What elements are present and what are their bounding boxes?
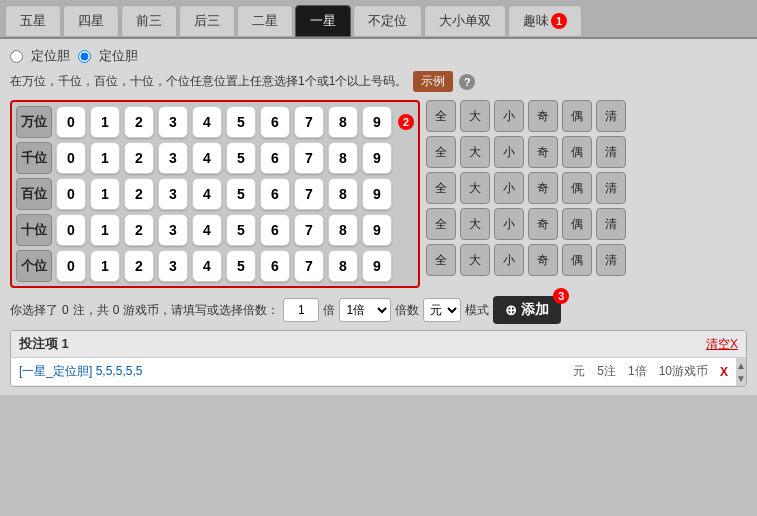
num-btn-q7[interactable]: 7 xyxy=(294,142,324,174)
quick-even-s[interactable]: 偶 xyxy=(562,208,592,240)
num-btn-w2[interactable]: 2 xyxy=(124,106,154,138)
quick-all-q[interactable]: 全 xyxy=(426,136,456,168)
num-btn-b0[interactable]: 0 xyxy=(56,178,86,210)
quick-small-q[interactable]: 小 xyxy=(494,136,524,168)
tab-yixing[interactable]: 一星 xyxy=(295,5,351,37)
num-btn-w5[interactable]: 5 xyxy=(226,106,256,138)
num-btn-b6[interactable]: 6 xyxy=(260,178,290,210)
tab-daxiodanshuang[interactable]: 大小单双 xyxy=(424,5,506,37)
quick-even-q[interactable]: 偶 xyxy=(562,136,592,168)
num-btn-g6[interactable]: 6 xyxy=(260,250,290,282)
quick-big-b[interactable]: 大 xyxy=(460,172,490,204)
num-btn-q2[interactable]: 2 xyxy=(124,142,154,174)
quick-clear-g[interactable]: 清 xyxy=(596,244,626,276)
num-btn-q5[interactable]: 5 xyxy=(226,142,256,174)
num-btn-s5[interactable]: 5 xyxy=(226,214,256,246)
num-btn-b9[interactable]: 9 xyxy=(362,178,392,210)
mode-label-1[interactable]: 定位胆 xyxy=(31,47,70,65)
example-button[interactable]: 示例 xyxy=(413,71,453,92)
num-btn-s3[interactable]: 3 xyxy=(158,214,188,246)
num-btn-q0[interactable]: 0 xyxy=(56,142,86,174)
num-btn-w7[interactable]: 7 xyxy=(294,106,324,138)
num-btn-b2[interactable]: 2 xyxy=(124,178,154,210)
num-btn-s6[interactable]: 6 xyxy=(260,214,290,246)
mode-label-2[interactable]: 定位胆 xyxy=(99,47,138,65)
num-btn-g1[interactable]: 1 xyxy=(90,250,120,282)
num-btn-g4[interactable]: 4 xyxy=(192,250,222,282)
multiplier-select[interactable]: 1倍 2倍 3倍 5倍 10倍 xyxy=(339,298,391,322)
num-btn-g5[interactable]: 5 xyxy=(226,250,256,282)
quick-even-b[interactable]: 偶 xyxy=(562,172,592,204)
bet-remove-button[interactable]: X xyxy=(720,365,728,379)
num-btn-s9[interactable]: 9 xyxy=(362,214,392,246)
num-btn-b3[interactable]: 3 xyxy=(158,178,188,210)
quick-odd-w[interactable]: 奇 xyxy=(528,100,558,132)
num-btn-w4[interactable]: 4 xyxy=(192,106,222,138)
num-btn-w0[interactable]: 0 xyxy=(56,106,86,138)
quick-all-g[interactable]: 全 xyxy=(426,244,456,276)
num-btn-g3[interactable]: 3 xyxy=(158,250,188,282)
num-btn-q9[interactable]: 9 xyxy=(362,142,392,174)
quick-all-b[interactable]: 全 xyxy=(426,172,456,204)
quick-big-w[interactable]: 大 xyxy=(460,100,490,132)
quick-all-w[interactable]: 全 xyxy=(426,100,456,132)
num-btn-b8[interactable]: 8 xyxy=(328,178,358,210)
quick-big-s[interactable]: 大 xyxy=(460,208,490,240)
num-btn-s0[interactable]: 0 xyxy=(56,214,86,246)
num-btn-g0[interactable]: 0 xyxy=(56,250,86,282)
num-btn-g9[interactable]: 9 xyxy=(362,250,392,282)
num-btn-w1[interactable]: 1 xyxy=(90,106,120,138)
pos-shiwei[interactable]: 十位 xyxy=(16,214,52,246)
quick-small-s[interactable]: 小 xyxy=(494,208,524,240)
scrollbar[interactable]: ▲ ▼ xyxy=(736,358,746,386)
tab-housan[interactable]: 后三 xyxy=(179,5,235,37)
tab-quwei[interactable]: 趣味1 xyxy=(508,5,582,37)
tab-wuxing[interactable]: 五星 xyxy=(5,5,61,37)
num-btn-b4[interactable]: 4 xyxy=(192,178,222,210)
num-btn-g2[interactable]: 2 xyxy=(124,250,154,282)
quick-odd-q[interactable]: 奇 xyxy=(528,136,558,168)
quick-small-b[interactable]: 小 xyxy=(494,172,524,204)
multiplier-input[interactable] xyxy=(283,298,319,322)
num-btn-w8[interactable]: 8 xyxy=(328,106,358,138)
num-btn-g8[interactable]: 8 xyxy=(328,250,358,282)
quick-clear-w[interactable]: 清 xyxy=(596,100,626,132)
quick-big-q[interactable]: 大 xyxy=(460,136,490,168)
quick-clear-s[interactable]: 清 xyxy=(596,208,626,240)
quick-clear-b[interactable]: 清 xyxy=(596,172,626,204)
clear-button[interactable]: 清空X xyxy=(706,336,738,353)
mode-radio-1[interactable] xyxy=(10,50,23,63)
num-btn-q6[interactable]: 6 xyxy=(260,142,290,174)
pos-gewei[interactable]: 个位 xyxy=(16,250,52,282)
mode-radio-2[interactable] xyxy=(78,50,91,63)
quick-big-g[interactable]: 大 xyxy=(460,244,490,276)
quick-even-g[interactable]: 偶 xyxy=(562,244,592,276)
quick-odd-g[interactable]: 奇 xyxy=(528,244,558,276)
tab-sixing[interactable]: 四星 xyxy=(63,5,119,37)
num-btn-s1[interactable]: 1 xyxy=(90,214,120,246)
help-icon[interactable]: ? xyxy=(459,74,475,90)
currency-select[interactable]: 元 票 xyxy=(423,298,461,322)
num-btn-q3[interactable]: 3 xyxy=(158,142,188,174)
tab-budingwei[interactable]: 不定位 xyxy=(353,5,422,37)
quick-clear-q[interactable]: 清 xyxy=(596,136,626,168)
num-btn-b5[interactable]: 5 xyxy=(226,178,256,210)
num-btn-s7[interactable]: 7 xyxy=(294,214,324,246)
num-btn-q4[interactable]: 4 xyxy=(192,142,222,174)
num-btn-b1[interactable]: 1 xyxy=(90,178,120,210)
scroll-down-icon[interactable]: ▼ xyxy=(736,373,746,384)
quick-small-g[interactable]: 小 xyxy=(494,244,524,276)
quick-even-w[interactable]: 偶 xyxy=(562,100,592,132)
quick-small-w[interactable]: 小 xyxy=(494,100,524,132)
pos-wanwei[interactable]: 万位 xyxy=(16,106,52,138)
scroll-up-icon[interactable]: ▲ xyxy=(736,360,746,371)
num-btn-w6[interactable]: 6 xyxy=(260,106,290,138)
tab-erxing[interactable]: 二星 xyxy=(237,5,293,37)
num-btn-g7[interactable]: 7 xyxy=(294,250,324,282)
tab-qiansan[interactable]: 前三 xyxy=(121,5,177,37)
num-btn-s2[interactable]: 2 xyxy=(124,214,154,246)
pos-baiwei[interactable]: 百位 xyxy=(16,178,52,210)
num-btn-w3[interactable]: 3 xyxy=(158,106,188,138)
num-btn-q8[interactable]: 8 xyxy=(328,142,358,174)
num-btn-w9[interactable]: 9 xyxy=(362,106,392,138)
